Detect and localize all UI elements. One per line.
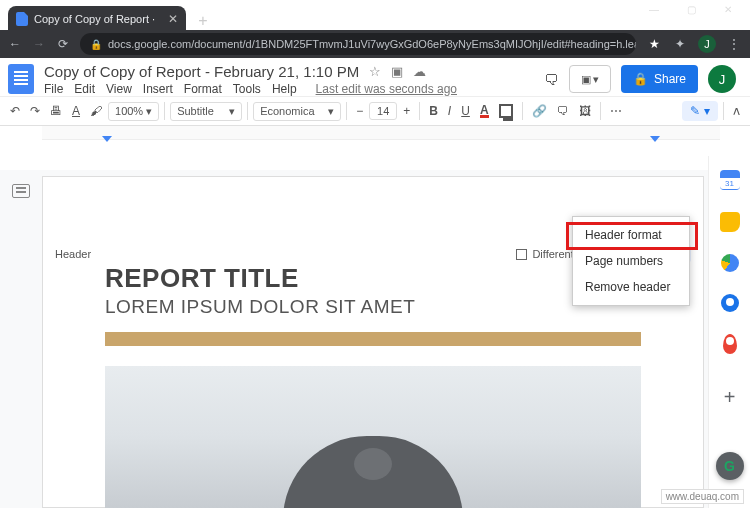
keep-icon[interactable] [720,212,740,232]
address-bar: ← → ⟳ 🔒 docs.google.com/document/d/1BNDM… [0,30,750,58]
checkbox-icon [516,249,527,260]
tasks-icon[interactable] [721,254,739,272]
account-avatar[interactable]: J [708,65,736,93]
menu-file[interactable]: File [44,82,63,96]
docs-header: Copy of Copy of Report - February 21, 1:… [0,58,750,96]
insert-link-button[interactable]: 🔗 [528,101,551,121]
meet-icon: ▣ [581,73,591,86]
forward-icon[interactable]: → [32,37,46,51]
chevron-down-icon: ▾ [593,73,599,86]
hide-menus-button[interactable]: ʌ [729,101,744,121]
url-text: docs.google.com/document/d/1BNDM25FTmvmJ… [108,38,636,50]
underline-button[interactable]: U [457,101,474,121]
reload-icon[interactable]: ⟳ [56,37,70,51]
back-icon[interactable]: ← [8,37,22,51]
menu-view[interactable]: View [106,82,132,96]
bold-button[interactable]: B [425,101,442,121]
toolbar: ↶ ↷ 🖶 A 🖌 100%▾ Subtitle▾ Economica▾ − 1… [0,96,750,126]
horizontal-ruler[interactable] [42,126,720,140]
side-panel: + G › [708,156,750,508]
menu-item-page-numbers[interactable]: Page numbers [573,248,689,274]
add-addon-button[interactable]: + [724,386,736,409]
tab-title: Copy of Copy of Report · [34,13,162,25]
new-tab-button[interactable]: + [192,10,214,32]
share-button[interactable]: 🔒 Share [621,65,698,93]
chevron-down-icon: ▾ [146,105,152,118]
menu-edit[interactable]: Edit [74,82,95,96]
menu-insert[interactable]: Insert [143,82,173,96]
tab-close-icon[interactable]: ✕ [168,12,178,26]
divider-bar [105,332,641,346]
pencil-icon: ✎ [690,104,700,118]
highlight-color-button[interactable] [495,101,517,121]
docs-favicon-icon [16,12,28,26]
watermark-label: www.deuaq.com [661,489,744,504]
extensions-icon[interactable]: ✦ [672,36,688,52]
share-label: Share [654,72,686,86]
left-indent-marker[interactable] [102,136,112,142]
paint-format-button[interactable]: 🖌 [86,101,106,121]
last-edit-label[interactable]: Last edit was seconds ago [316,82,457,96]
insert-comment-button[interactable]: 🗨 [553,101,573,121]
document-title[interactable]: Copy of Copy of Report - February 21, 1:… [44,63,359,80]
meet-button[interactable]: ▣▾ [569,65,611,93]
url-input[interactable]: 🔒 docs.google.com/document/d/1BNDM25FTmv… [80,33,636,55]
text-color-button[interactable]: A [476,102,493,121]
bookmark-star-icon[interactable]: ★ [646,36,662,52]
insert-image-button[interactable]: 🖼 [575,101,595,121]
move-icon[interactable]: ▣ [391,64,403,79]
italic-button[interactable]: I [444,101,455,121]
document-image[interactable] [105,366,641,508]
menu-tools[interactable]: Tools [233,82,261,96]
document-h1[interactable]: REPORT TITLE [105,263,641,294]
spellcheck-button[interactable]: A [68,101,84,121]
editing-mode-button[interactable]: ✎ ▾ [682,101,718,121]
document-body[interactable]: REPORT TITLE LOREM IPSUM DOLOR SIT AMET [105,263,641,508]
document-h2[interactable]: LOREM IPSUM DOLOR SIT AMET [105,296,641,318]
font-select[interactable]: Economica▾ [253,102,341,121]
chevron-down-icon: ▾ [229,105,235,118]
redo-button[interactable]: ↷ [26,101,44,121]
chevron-down-icon: ▾ [704,104,710,118]
menu-format[interactable]: Format [184,82,222,96]
show-outline-button[interactable] [12,184,30,198]
calendar-icon[interactable] [720,170,740,190]
share-lock-icon: 🔒 [633,72,648,86]
chevron-down-icon: ▾ [328,105,334,118]
menu-item-remove-header[interactable]: Remove header [573,274,689,300]
browser-tab[interactable]: Copy of Copy of Report · ✕ [8,6,186,32]
right-indent-marker[interactable] [650,136,660,142]
menu-bar: File Edit View Insert Format Tools Help … [44,82,457,96]
menu-item-header-format[interactable]: Header format [573,222,689,248]
more-tools-button[interactable]: ⋯ [606,101,624,121]
menu-help[interactable]: Help [272,82,297,96]
tab-bar: Copy of Copy of Report · ✕ + [0,4,750,32]
font-size-input[interactable]: 14 [369,102,397,120]
docs-logo-icon[interactable] [8,64,34,94]
maps-icon[interactable] [723,334,737,354]
profile-badge[interactable]: J [698,35,716,53]
lock-icon: 🔒 [90,39,102,50]
grammarly-icon[interactable]: G [716,452,744,480]
paragraph-style-select[interactable]: Subtitle▾ [170,102,242,121]
undo-button[interactable]: ↶ [6,101,24,121]
font-size-increase[interactable]: + [399,101,414,121]
print-button[interactable]: 🖶 [46,101,66,121]
header-options-dropdown: Header format Page numbers Remove header [572,216,690,306]
contacts-icon[interactable] [721,294,739,312]
header-label: Header [55,248,516,260]
font-size-decrease[interactable]: − [352,101,367,121]
comments-icon[interactable]: 🗨 [544,71,559,88]
zoom-select[interactable]: 100%▾ [108,102,159,121]
cloud-saved-icon: ☁ [413,64,426,79]
star-icon[interactable]: ☆ [369,64,381,79]
browser-menu-icon[interactable]: ⋮ [726,36,742,52]
